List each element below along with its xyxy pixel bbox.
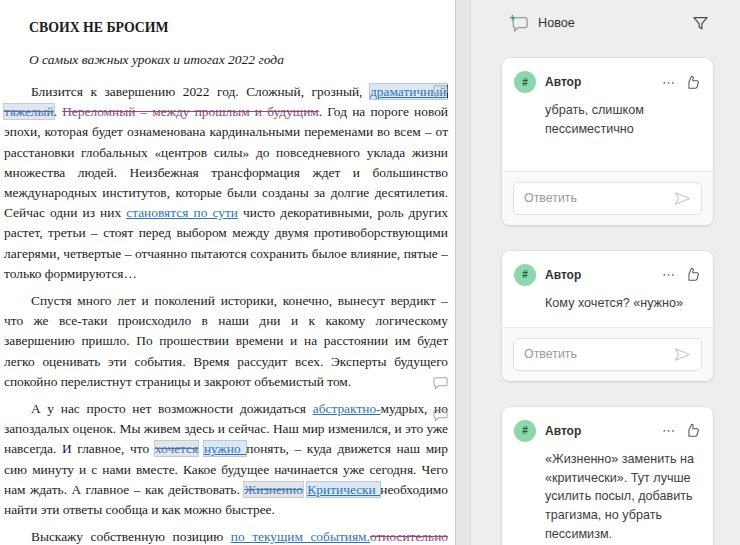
reply-input[interactable]: Ответить: [513, 182, 702, 215]
text-run: .: [54, 104, 63, 119]
text-run: Выскажу собственную позицию: [31, 529, 231, 544]
reply-placeholder: Ответить: [524, 191, 674, 205]
inserted-text: абстрактно-: [313, 401, 381, 416]
comment-author: Автор: [545, 268, 656, 282]
new-comment-label: Новое: [538, 16, 575, 30]
comment-text: Кому хочется? «нужно»: [545, 294, 701, 313]
more-options-button[interactable]: ⋯: [656, 423, 682, 438]
inserted-text-highlighted: нужно: [204, 441, 246, 456]
text-run: Спустя много лет и поколений историки, к…: [4, 293, 448, 389]
paragraph-4: Выскажу собственную позицию по текущим с…: [4, 527, 448, 545]
author-avatar: #: [514, 71, 536, 93]
author-avatar: #: [514, 420, 536, 442]
margin-comment-icon[interactable]: [433, 84, 448, 98]
inserted-text: становятся по сути: [126, 205, 238, 220]
like-button[interactable]: [682, 422, 701, 439]
comments-header: Новое: [502, 0, 713, 58]
document-page[interactable]: СВОИХ НЕ БРОСИМ О самых важных уроках и …: [0, 0, 455, 545]
send-button[interactable]: [674, 347, 691, 362]
new-comment-icon: [509, 14, 529, 32]
like-button[interactable]: [682, 266, 701, 283]
reply-placeholder: Ответить: [524, 347, 674, 361]
comments-pane: Новое # Автор ⋯ убрать, слишком песс: [470, 0, 740, 545]
reply-section: Ответить: [502, 327, 713, 381]
reply-section: Ответить: [502, 171, 713, 225]
reply-input[interactable]: Ответить: [513, 338, 702, 371]
more-options-button[interactable]: ⋯: [656, 75, 682, 90]
filter-button[interactable]: [692, 15, 709, 32]
comment-text: «Жизненно» заменить на «критически». Тут…: [545, 450, 701, 544]
document-pane: СВОИХ НЕ БРОСИМ О самых важных уроках и …: [0, 0, 470, 545]
text-run: Близится к завершению 2022 год. Сложный,…: [31, 84, 370, 99]
deleted-text-highlighted: хочется: [155, 441, 198, 456]
paragraph-1: Близится к завершению 2022 год. Сложный,…: [4, 82, 448, 284]
comment-author: Автор: [545, 75, 656, 89]
deleted-text: Переломный – между прошлым и будущим: [62, 104, 319, 119]
funnel-icon: [692, 15, 709, 32]
margin-comment-icon[interactable]: [433, 376, 448, 390]
text-run: А у нас просто нет возможности дожидатьс…: [31, 401, 313, 416]
margin-comment-icon[interactable]: [433, 408, 448, 422]
paragraph-3: А у нас просто нет возможности дожидатьс…: [4, 399, 448, 520]
like-button[interactable]: [682, 74, 701, 91]
paragraph-2: Спустя много лет и поколений историки, к…: [4, 291, 448, 392]
more-options-button[interactable]: ⋯: [656, 267, 682, 282]
author-avatar: #: [514, 264, 536, 286]
new-comment-button[interactable]: Новое: [509, 14, 575, 32]
inserted-text: по текущим событиям.: [231, 529, 370, 544]
comment-author: Автор: [545, 424, 656, 438]
deleted-text-highlighted: тяжелый: [4, 104, 54, 119]
comment-card[interactable]: # Автор ⋯ убрать, слишком пессиместично …: [502, 58, 713, 225]
comment-text: убрать, слишком пессиместично: [545, 101, 701, 139]
comment-card[interactable]: # Автор ⋯ «Жизненно» заменить на «критич…: [502, 407, 713, 545]
deleted-text-highlighted: Жизненно: [244, 482, 303, 497]
document-subtitle: О самых важных уроках и итогах 2022 года: [4, 52, 448, 68]
send-button[interactable]: [674, 191, 691, 206]
document-title: СВОИХ НЕ БРОСИМ: [4, 20, 448, 36]
app-window: СВОИХ НЕ БРОСИМ О самых важных уроках и …: [0, 0, 740, 545]
scrollbar-gutter[interactable]: [455, 0, 470, 545]
text-run: . Год на пороге новой эпохи, которая буд…: [4, 104, 448, 220]
inserted-text-highlighted: Критически: [307, 482, 380, 497]
comment-card[interactable]: # Автор ⋯ Кому хочется? «нужно» Ответить: [502, 251, 713, 381]
